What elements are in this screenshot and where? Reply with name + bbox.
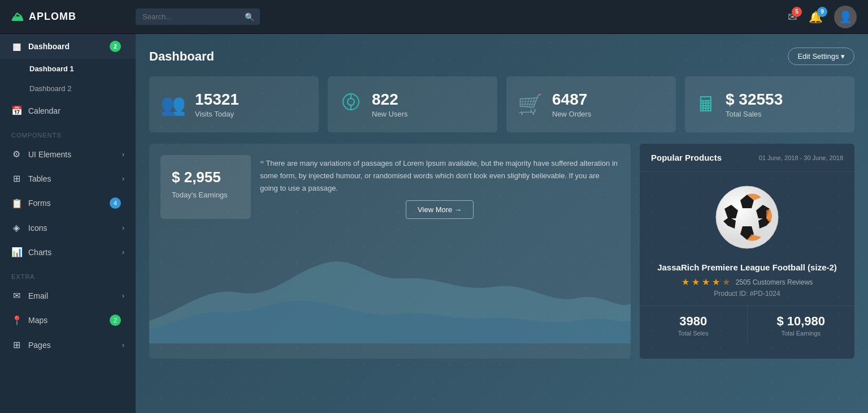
sidebar-item-dashboard-label: Dashboard [28, 42, 110, 51]
sidebar: ▦ Dashboard 2 Dashboard 1 Dashboard 2 📅 … [0, 34, 136, 413]
components-section-label: Components [0, 123, 136, 142]
stat-info-sales: $ 32553 Total Sales [726, 91, 783, 118]
topbar: ⛰ APLOMB 🔍 ✉ 5 🔔 9 👤 [0, 0, 868, 34]
view-more-button[interactable]: View More → [406, 200, 474, 219]
maps-badge: 2 [110, 315, 121, 326]
logo-text: APLOMB [29, 11, 76, 23]
stat-info-orders: 6487 New Orders [552, 91, 591, 118]
chart-description: There are many variations of passages of… [260, 155, 619, 195]
dashboard2-label: Dashboard 2 [29, 84, 71, 93]
sidebar-item-charts[interactable]: 📊 Charts › [0, 240, 136, 264]
tables-icon: ⊞ [11, 173, 21, 184]
ui-elements-arrow: › [122, 150, 124, 158]
sales-number: $ 32553 [726, 91, 783, 109]
product-name: JassaRich Premiere League Football (size… [640, 263, 854, 277]
sidebar-sub-dashboard2[interactable]: Dashboard 2 [0, 79, 136, 98]
logo-icon: ⛰ [11, 10, 24, 24]
calendar-icon: 📅 [11, 105, 21, 116]
products-date-range: 01 June, 2018 - 30 June, 2018 [759, 154, 843, 161]
users-number: 822 [372, 91, 408, 109]
topbar-right: ✉ 5 🔔 9 👤 [788, 6, 857, 28]
product-image-wrap [640, 172, 854, 263]
orders-label: New Orders [552, 110, 591, 118]
reviews-count: 2505 Customers Reviews [736, 278, 813, 286]
search-input[interactable] [136, 8, 260, 25]
charts-label: Charts [28, 248, 122, 257]
search-icon: 🔍 [245, 12, 254, 21]
star-4: ★ [712, 277, 720, 287]
icons-icon: ◈ [11, 222, 21, 233]
total-sales-stat: 3980 Total Seles [640, 306, 748, 345]
sidebar-item-maps[interactable]: 📍 Maps 2 [0, 308, 136, 333]
visits-label: Visits Today [195, 110, 239, 118]
chart-top: $ 2,955 Today's Earnings There are many … [149, 144, 631, 230]
sidebar-item-pages[interactable]: ⊞ Pages › [0, 333, 136, 357]
total-sales-label: Total Seles [645, 330, 741, 337]
sidebar-item-tables[interactable]: ⊞ Tables › [0, 166, 136, 191]
edit-settings-button[interactable]: Edit Settings ▾ [788, 48, 854, 65]
bottom-row: $ 2,955 Today's Earnings There are many … [149, 144, 854, 359]
dashboard-icon: ▦ [11, 41, 21, 52]
dashboard1-label: Dashboard 1 [29, 64, 74, 73]
forms-icon: 📋 [11, 198, 21, 209]
visits-number: 15321 [195, 91, 239, 109]
calendar-label: Calendar [28, 106, 124, 115]
maps-label: Maps [28, 316, 110, 325]
sidebar-item-ui-elements[interactable]: ⚙ UI Elements › [0, 142, 136, 166]
orders-number: 6487 [552, 91, 591, 109]
email-arrow: › [122, 292, 124, 300]
total-earnings-label: Total Earnings [753, 330, 849, 337]
pages-label: Pages [28, 341, 122, 350]
star-3: ★ [702, 277, 710, 287]
products-title: Popular Products [651, 153, 722, 162]
sidebar-item-calendar[interactable]: 📅 Calendar [0, 98, 136, 123]
charts-icon: 📊 [11, 247, 21, 257]
users-label: New Users [372, 110, 408, 118]
extra-section-label: Extra [0, 264, 136, 283]
star-5: ★ [722, 277, 730, 287]
bell-badge: 9 [817, 7, 827, 17]
layout: ▦ Dashboard 2 Dashboard 1 Dashboard 2 📅 … [0, 34, 868, 413]
stat-card-orders: 🛒 6487 New Orders [506, 76, 676, 132]
product-stats: 3980 Total Seles $ 10,980 Total Earnings [640, 306, 854, 345]
users-icon [339, 90, 363, 119]
total-earnings-stat: $ 10,980 Total Earnings [748, 306, 855, 345]
star-2: ★ [692, 277, 700, 287]
mail-button[interactable]: ✉ 5 [788, 10, 797, 24]
charts-arrow: › [122, 248, 124, 256]
tables-arrow: › [122, 175, 124, 183]
dashboard-badge: 2 [110, 41, 121, 52]
sidebar-item-dashboard[interactable]: ▦ Dashboard 2 [0, 34, 136, 59]
sidebar-item-icons[interactable]: ◈ Icons › [0, 216, 136, 240]
bell-button[interactable]: 🔔 9 [809, 10, 823, 24]
product-image [713, 183, 781, 251]
tables-label: Tables [28, 174, 122, 183]
area-chart [149, 230, 631, 343]
total-earnings-number: $ 10,980 [753, 314, 849, 329]
mail-badge: 5 [792, 7, 802, 17]
chart-panel: $ 2,955 Today's Earnings There are many … [149, 144, 631, 359]
icons-label: Icons [28, 223, 122, 233]
main-content: Dashboard Edit Settings ▾ 👥 15321 Visits… [136, 34, 868, 413]
search-bar: 🔍 [136, 8, 260, 25]
stars-row: ★ ★ ★ ★ ★ 2505 Customers Reviews [640, 277, 854, 290]
stat-card-sales: 🖩 $ 32553 Total Sales [685, 76, 854, 132]
stat-card-visits: 👥 15321 Visits Today [149, 76, 319, 132]
pages-icon: ⊞ [11, 339, 21, 350]
icons-arrow: › [122, 224, 124, 232]
earnings-box: $ 2,955 Today's Earnings [160, 155, 251, 219]
visits-icon: 👥 [160, 93, 186, 117]
forms-badge: 4 [110, 197, 121, 209]
stats-row: 👥 15321 Visits Today 822 N [149, 76, 854, 132]
sidebar-item-email[interactable]: ✉ Email › [0, 283, 136, 308]
pages-arrow: › [122, 341, 124, 349]
star-1: ★ [682, 277, 689, 287]
sidebar-item-forms[interactable]: 📋 Forms 4 [0, 191, 136, 216]
stat-info-users: 822 New Users [372, 91, 408, 118]
sidebar-sub-dashboard1[interactable]: Dashboard 1 [0, 59, 136, 79]
products-header: Popular Products 01 June, 2018 - 30 June… [640, 144, 854, 172]
maps-icon: 📍 [11, 315, 21, 326]
avatar[interactable]: 👤 [834, 6, 857, 28]
ui-elements-label: UI Elements [28, 150, 122, 159]
page-title: Dashboard [149, 49, 214, 64]
